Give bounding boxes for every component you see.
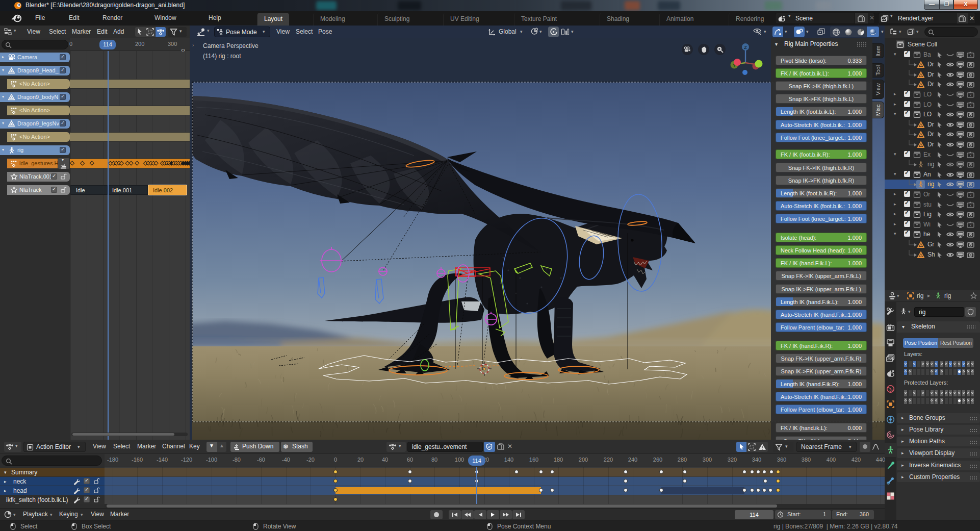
svg-text:x: x — [970, 223, 972, 226]
svg-text:Z: Z — [744, 45, 747, 50]
svg-text:x: x — [970, 103, 972, 107]
svg-text:x: x — [970, 193, 972, 197]
svg-text:x: x — [970, 153, 972, 157]
svg-text:x: x — [970, 53, 972, 57]
svg-text:x: x — [970, 203, 972, 207]
svg-text:x: x — [970, 93, 972, 97]
